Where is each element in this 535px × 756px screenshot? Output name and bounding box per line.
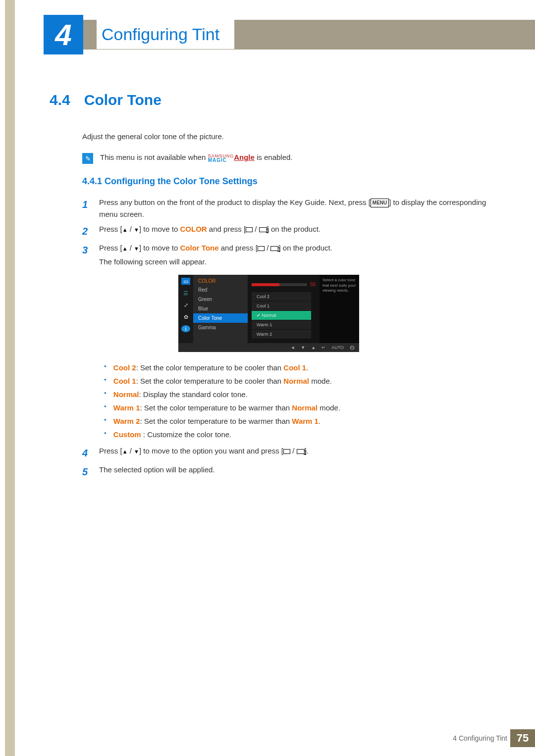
- osd-screenshot: ▭ ☰ ⤢ ✿ i COLOR Red Green Blue Color Ton…: [178, 275, 359, 352]
- osd-option-warm2: Warm 2: [252, 330, 311, 339]
- section-number: 4.4: [50, 92, 70, 108]
- bullet-dot: ●: [104, 361, 107, 374]
- menu-button-icon: MENU: [371, 199, 389, 207]
- k: Custom: [113, 430, 143, 439]
- up-arrow-icon: [122, 225, 128, 233]
- bullet-custom: ● Custom : Customize the color tone.: [104, 428, 495, 441]
- select-icon: [283, 449, 290, 454]
- bullet-text: Warm 1: Set the color temperature to be …: [113, 401, 340, 414]
- t: and press [: [207, 225, 246, 233]
- note-suffix: is enabled.: [257, 153, 293, 161]
- osd-icon-settings: ✿: [181, 313, 190, 320]
- osd-item-red: Red: [193, 285, 248, 295]
- enter-icon: [270, 246, 278, 251]
- page-number: 75: [510, 729, 535, 747]
- osd-option-normal: Normal: [252, 311, 311, 320]
- note-prefix: This menu is not available when: [100, 153, 208, 161]
- t: Press any button on the front of the pro…: [99, 198, 371, 206]
- bullet-cool1: ● Cool 1: Set the color temperature to b…: [104, 374, 495, 388]
- up-arrow-icon: [122, 244, 128, 252]
- down-arrow-icon: [134, 225, 139, 233]
- step-text: Press [ / ] to move to Color Tone and pr…: [99, 242, 495, 268]
- osd-slider: [252, 283, 307, 286]
- bullet-warm2: ● Warm 2: Set the color temperature to b…: [104, 414, 495, 428]
- page-content: 4.4 Color Tone Adjust the general color …: [50, 92, 495, 483]
- osd-icon-picture: ▭: [181, 278, 190, 285]
- osd-foot-power-icon: ⏻: [350, 345, 354, 350]
- t: Press [: [99, 244, 122, 252]
- osd-dropdown: Cool 2 Cool 1 Normal Warm 1 Warm 2: [252, 292, 311, 339]
- bullet-normal: ● Normal: Display the standard color ton…: [104, 388, 495, 401]
- osd-item-gamma: Gamma: [193, 323, 248, 332]
- chapter-title: Configuring Tint: [97, 20, 234, 49]
- e: mode.: [318, 403, 340, 412]
- r: Warm 1: [292, 417, 319, 425]
- osd-slider-row: 50: [252, 282, 316, 287]
- osd-item-colortone: Color Tone: [193, 313, 248, 323]
- step-2: 2 Press [ / ] to move to COLOR and press…: [82, 223, 495, 239]
- osd-center-panel: 50 Cool 2 Cool 1 Normal Warm 1 Warm 2: [248, 275, 320, 343]
- t: : Set the color temperature to be cooler…: [136, 377, 284, 385]
- osd-icon-info: i: [181, 325, 190, 332]
- step-1: 1 Press any button on the front of the p…: [82, 197, 495, 220]
- osd-option-cool1: Cool 1: [252, 302, 311, 311]
- osd-option-warm1: Warm 1: [252, 320, 311, 330]
- osd-menu-header: COLOR: [193, 277, 248, 285]
- r: Cool 1: [283, 363, 306, 372]
- r: Normal: [292, 403, 318, 412]
- step-3: 3 Press [ / ] to move to Color Tone and …: [82, 242, 495, 268]
- osd-footer-icons: ◄ ▼ ▲ ↵ AUTO ⏻: [178, 343, 359, 352]
- t: ] to move to: [139, 244, 180, 252]
- following-screen-text: The following screen will appear.: [99, 256, 495, 268]
- t: ] to move to: [139, 225, 180, 233]
- enter-icon: [259, 227, 267, 232]
- left-decorative-stripe: [5, 0, 15, 756]
- step-5: 5 The selected option will be applied.: [82, 464, 495, 480]
- osd-side-icons: ▭ ☰ ⤢ ✿ i: [178, 275, 193, 343]
- bullet-dot: ●: [104, 401, 107, 414]
- color-keyword: COLOR: [180, 225, 207, 233]
- r: Normal: [283, 377, 309, 385]
- t: ] on the product.: [267, 225, 321, 233]
- step-number: 2: [82, 223, 91, 239]
- section-title: Color Tone: [84, 92, 161, 108]
- step-number: 4: [82, 445, 91, 461]
- bullet-text: Warm 2: Set the color temperature to be …: [113, 414, 321, 428]
- footer-chapter-label: 4 Configuring Tint: [453, 734, 507, 742]
- osd-menu-list: COLOR Red Green Blue Color Tone Gamma: [193, 275, 248, 343]
- step-text: Press any button on the front of the pro…: [99, 197, 495, 220]
- down-arrow-icon: [134, 244, 139, 252]
- subsection-heading: 4.4.1 Configuring the Color Tone Setting…: [82, 176, 495, 187]
- colortone-keyword: Color Tone: [180, 244, 219, 252]
- t: Press [: [99, 225, 122, 233]
- bullet-dot: ●: [104, 388, 107, 401]
- osd-icon-color: ☰: [181, 290, 190, 297]
- page-footer: 4 Configuring Tint 75: [453, 729, 535, 747]
- k: Warm 1: [113, 403, 140, 412]
- bullet-text: Cool 1: Set the color temperature to be …: [113, 374, 332, 388]
- section-heading: 4.4 Color Tone: [50, 92, 495, 108]
- step-text: Press [ / ] to move to the option you wa…: [99, 445, 495, 461]
- brand-bottom: MAGIC: [208, 157, 227, 163]
- intro-text: Adjust the general color tone of the pic…: [82, 131, 495, 142]
- note-text: This menu is not available when SAMSUNG …: [100, 153, 293, 162]
- t: : Set the color temperature to be warmer…: [140, 403, 292, 412]
- step-number: 3: [82, 242, 91, 268]
- bullet-dot: ●: [104, 414, 107, 428]
- osd-slider-fill: [252, 283, 279, 286]
- bullet-cool2: ● Cool 2: Set the color temperature to b…: [104, 361, 495, 374]
- k: Warm 2: [113, 417, 140, 425]
- e: mode.: [309, 377, 332, 385]
- bullet-dot: ●: [104, 374, 107, 388]
- step-text: The selected option will be applied.: [99, 464, 495, 480]
- t: : Customize the color tone.: [143, 430, 231, 439]
- chapter-number: 4: [55, 18, 71, 52]
- e: .: [319, 417, 321, 425]
- step-text: Press [ / ] to move to COLOR and press […: [99, 223, 495, 239]
- osd-foot-enter-icon: ↵: [321, 345, 325, 350]
- note: ✎ This menu is not available when SAMSUN…: [82, 153, 495, 164]
- option-descriptions: ● Cool 2: Set the color temperature to b…: [104, 361, 495, 441]
- osd-foot-down-icon: ▼: [301, 345, 305, 350]
- e: .: [306, 363, 308, 372]
- step-4: 4 Press [ / ] to move to the option you …: [82, 445, 495, 461]
